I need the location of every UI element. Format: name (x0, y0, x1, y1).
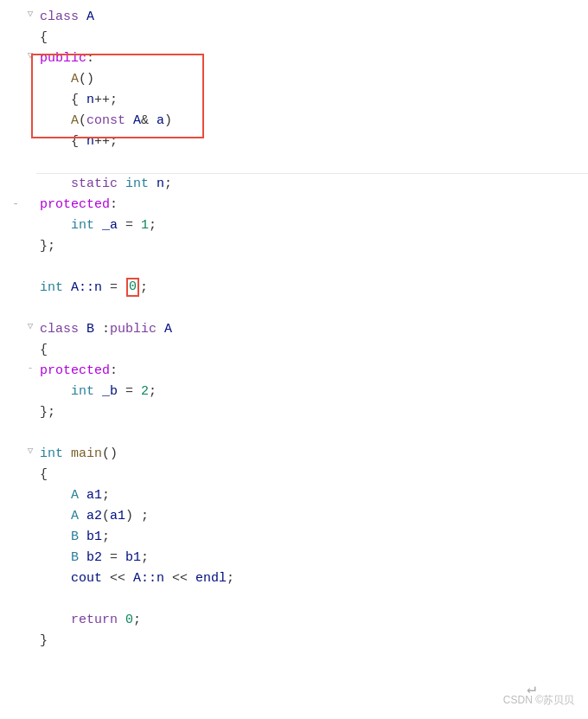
token-type: int (71, 218, 94, 233)
code-line: ▽class B :public A (0, 319, 588, 340)
fold-icon[interactable]: ▽ (24, 319, 36, 334)
token-punct: }; (40, 405, 55, 420)
code-line: { (0, 340, 588, 361)
line-gutter (0, 382, 24, 382)
fold-icon[interactable]: ▽ (24, 48, 36, 63)
return-symbol: ↵ (527, 677, 536, 702)
token-var: endl (195, 571, 227, 586)
line-gutter (0, 90, 24, 91)
token-punct: { (40, 467, 48, 482)
token-punct: ; (140, 280, 148, 295)
token-punct: ; (149, 218, 157, 233)
code-line: { (0, 465, 588, 485)
token-punct: ; (102, 488, 110, 503)
code-line (0, 257, 588, 278)
code-text: protected: (36, 195, 588, 215)
code-line (0, 299, 588, 319)
line-gutter (0, 340, 24, 341)
code-line: int _b = 2; (0, 382, 588, 402)
code-text: A() (36, 69, 588, 89)
code-text: { (36, 340, 588, 360)
code-line: ▽public: (0, 48, 588, 69)
token-var: a1 (79, 488, 102, 503)
line-gutter (0, 132, 24, 132)
line-gutter (0, 444, 24, 445)
code-line (0, 589, 588, 610)
line-gutter (0, 111, 24, 112)
line-gutter (0, 402, 24, 403)
code-text: { n++; (36, 90, 588, 110)
token-access: protected (40, 197, 110, 212)
line-gutter (0, 278, 24, 279)
code-text: A(const A& a) (36, 111, 588, 131)
fold-icon[interactable]: ▽ (24, 7, 36, 22)
line-gutter (0, 465, 24, 465)
token-punct: ; (149, 384, 157, 399)
line-gutter (0, 506, 24, 507)
fold-icon[interactable]: - (24, 361, 36, 376)
token-type: B (71, 530, 79, 544)
token-punct: ; (133, 613, 141, 627)
token-punct: ; (164, 177, 172, 191)
token-var: n (86, 93, 94, 107)
code-text: { (36, 28, 588, 48)
token-var: B (79, 322, 94, 337)
line-gutter (0, 69, 24, 70)
token-punct: : (110, 197, 118, 212)
token-num: 2 (141, 384, 149, 399)
code-line: A(const A& a) (0, 111, 588, 132)
token-punct: ; (227, 571, 234, 586)
token-type: int (40, 280, 63, 295)
token-type: int (71, 384, 94, 399)
code-line: -protected: (0, 195, 588, 215)
code-text: int A::n = 0; (36, 278, 588, 298)
line-gutter (0, 215, 24, 216)
token-var: cout (71, 571, 102, 586)
code-line: { (0, 28, 588, 48)
code-container: ▽class A{▽public: A() { n++; A(const A& … (0, 0, 588, 658)
footer-brand: CSDN ©苏贝贝 (503, 692, 574, 709)
line-gutter (0, 152, 24, 153)
code-text: B b2 = b1; (36, 548, 588, 568)
line-gutter (0, 299, 24, 299)
code-line: }; (0, 402, 588, 423)
token-type: int (118, 177, 149, 191)
token-punct: () (102, 446, 118, 461)
code-text: public: (36, 48, 588, 68)
token-punct: ++; (94, 134, 118, 149)
line-gutter (0, 28, 24, 29)
token-punct: { (40, 343, 48, 357)
code-line: ▽int main() (0, 444, 588, 465)
code-line: int _a = 1; (0, 215, 588, 236)
token-fn: A (71, 113, 79, 128)
code-text: protected: (36, 361, 588, 381)
token-type: int (40, 446, 63, 461)
code-text: } (36, 631, 588, 651)
token-var: n (86, 134, 94, 149)
line-gutter (0, 610, 24, 611)
token-punct: ) ; (125, 509, 149, 523)
line-gutter (0, 423, 24, 424)
token-var: A (79, 10, 94, 24)
token-punct: << (102, 571, 133, 586)
token-var: b1 (125, 550, 141, 565)
token-punct: ( (102, 509, 110, 523)
token-punct: ; (102, 530, 110, 544)
token-punct: = (102, 550, 125, 565)
boxed-value: 0 (126, 278, 139, 297)
line-gutter (0, 589, 24, 590)
token-punct: { (71, 134, 86, 149)
code-line: ▽class A (0, 7, 588, 28)
code-text: B b1; (36, 527, 588, 547)
token-var: _a (94, 218, 118, 233)
code-line: A() (0, 69, 588, 90)
code-line: } (0, 631, 588, 652)
token-type: B (71, 550, 79, 565)
fold-icon[interactable]: ▽ (24, 444, 36, 459)
code-line: { n++; (0, 132, 588, 152)
code-text: int _a = 1; (36, 215, 588, 235)
code-text: return 0; (36, 610, 588, 630)
token-kw: class (40, 10, 79, 24)
token-var: b1 (79, 530, 102, 544)
token-punct: & (141, 113, 157, 128)
